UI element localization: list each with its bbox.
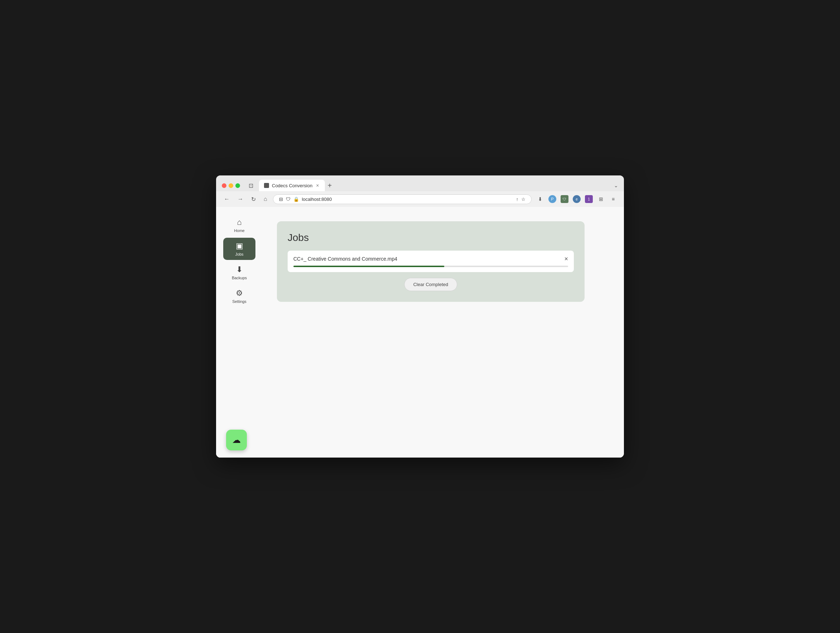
tab-title: Codecs Conversion: [272, 183, 312, 188]
tab-dropdown-button[interactable]: ⌄: [614, 183, 618, 188]
job-name: CC+_ Creative Commons and Commerce.mp4: [294, 256, 398, 262]
ext-blue-button[interactable]: e: [572, 194, 582, 204]
url-text[interactable]: localhost:8080: [302, 196, 513, 202]
cloud-upload-button[interactable]: ☁: [226, 430, 247, 450]
menu-button[interactable]: ≡: [608, 194, 618, 204]
title-bar: ⊡ Codecs Conversion × + ⌄: [216, 176, 624, 191]
bookmark-icon: ☆: [521, 196, 526, 202]
browser-body: ⌂ Home ▣ Jobs ⬇ Backups ⚙ Settings: [216, 207, 624, 457]
clear-completed-button[interactable]: Clear Completed: [404, 278, 457, 291]
close-traffic-light[interactable]: [222, 183, 226, 188]
minimize-traffic-light[interactable]: [229, 183, 233, 188]
job-close-button[interactable]: ×: [564, 256, 568, 262]
navbar: ← → ↻ ⌂ ⊟ 🛡 🔒 localhost:8080 ↑ ☆ ⬇ P 🛡 e…: [216, 191, 624, 207]
progress-bar-fill: [294, 266, 444, 267]
profile-icon-button[interactable]: P: [547, 194, 557, 204]
tab-close-button[interactable]: ×: [315, 183, 319, 188]
sidebar-item-home[interactable]: ⌂ Home: [223, 214, 256, 236]
refresh-button[interactable]: ↻: [249, 195, 258, 204]
extensions-button[interactable]: ⊞: [596, 194, 606, 204]
shield-ext-button[interactable]: 🛡: [559, 194, 570, 204]
ext-purple-button[interactable]: 1: [584, 194, 594, 204]
maximize-traffic-light[interactable]: [235, 183, 240, 188]
page-content: Jobs CC+_ Creative Commons and Commerce.…: [262, 207, 624, 457]
sidebar-item-jobs[interactable]: ▣ Jobs: [223, 238, 256, 260]
cloud-icon: ☁: [232, 435, 241, 445]
sidebar: ⌂ Home ▣ Jobs ⬇ Backups ⚙ Settings: [216, 207, 262, 457]
sidebar-toggle-button[interactable]: ⊡: [247, 181, 255, 190]
tabs-area: Codecs Conversion × +: [259, 180, 609, 191]
home-icon: ⌂: [237, 218, 242, 227]
sidebar-item-settings[interactable]: ⚙ Settings: [223, 285, 256, 307]
forward-button[interactable]: →: [235, 195, 245, 204]
shield-icon: 🛡: [286, 196, 291, 202]
back-button[interactable]: ←: [222, 195, 232, 204]
active-tab[interactable]: Codecs Conversion ×: [259, 180, 325, 191]
share-icon: ↑: [516, 196, 519, 202]
new-tab-button[interactable]: +: [325, 182, 335, 189]
tab-favicon-icon: [264, 183, 269, 188]
reader-icon: ⊟: [279, 196, 283, 202]
backups-icon: ⬇: [236, 265, 243, 274]
sidebar-item-backups[interactable]: ⬇ Backups: [223, 261, 256, 283]
sidebar-label-jobs: Jobs: [235, 252, 243, 256]
job-item: CC+_ Creative Commons and Commerce.mp4 ×: [287, 251, 574, 272]
sidebar-label-home: Home: [234, 228, 244, 233]
page-title: Jobs: [287, 232, 574, 244]
sidebar-label-backups: Backups: [232, 276, 247, 280]
extension-icons: ⬇ P 🛡 e 1 ⊞ ≡: [535, 194, 618, 204]
download-icon-button[interactable]: ⬇: [535, 194, 545, 204]
job-header: CC+_ Creative Commons and Commerce.mp4 ×: [294, 256, 568, 262]
settings-icon: ⚙: [236, 289, 243, 298]
jobs-icon: ▣: [236, 241, 243, 251]
traffic-lights: [222, 183, 240, 188]
progress-bar-track: [294, 266, 568, 267]
home-button[interactable]: ⌂: [262, 195, 269, 204]
jobs-container: Jobs CC+_ Creative Commons and Commerce.…: [277, 221, 584, 302]
content-area: ⌂ Home ▣ Jobs ⬇ Backups ⚙ Settings: [216, 207, 624, 457]
sidebar-label-settings: Settings: [232, 299, 246, 304]
address-bar[interactable]: ⊟ 🛡 🔒 localhost:8080 ↑ ☆: [273, 195, 532, 204]
lock-icon: 🔒: [294, 196, 299, 202]
